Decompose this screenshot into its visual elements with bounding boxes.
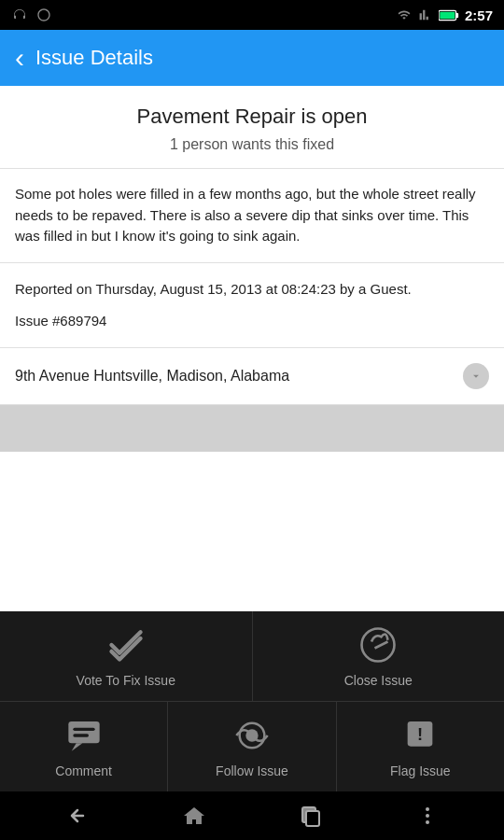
svg-line-4 [375, 642, 388, 649]
content-spacer [0, 405, 504, 452]
wifi-icon [396, 8, 413, 21]
follow-issue-button[interactable]: Follow Issue [168, 702, 336, 791]
issue-title: Pavement Repair is open [15, 105, 489, 129]
cat-icon [35, 7, 52, 22]
close-issue-label: Close Issue [344, 673, 413, 688]
follow-icon [231, 715, 273, 756]
follow-issue-label: Follow Issue [216, 763, 288, 778]
description-text: Some pot holes were filled in a few mont… [15, 186, 476, 244]
battery-icon [439, 9, 459, 21]
status-right-icons: 2:57 [396, 7, 493, 23]
location-text: 9th Avenue Huntsville, Madison, Alabama [15, 368, 289, 385]
flag-issue-button[interactable]: ! Flag Issue [337, 702, 504, 791]
svg-point-3 [362, 629, 395, 662]
issue-subtitle: 1 person wants this fixed [15, 136, 489, 153]
close-issue-icon [357, 624, 399, 665]
issue-number: Issue #689794 [15, 310, 489, 332]
flag-issue-label: Flag Issue [390, 763, 451, 778]
issue-location-section[interactable]: 9th Avenue Huntsville, Madison, Alabama [0, 348, 504, 405]
comment-icon [63, 715, 105, 756]
svg-rect-8 [73, 734, 89, 736]
status-bar: 2:57 [0, 0, 504, 30]
more-nav-button[interactable] [409, 797, 446, 834]
headset-icon [11, 7, 28, 22]
action-row-2: Comment Follow Issue ! Flag Issue [0, 702, 504, 791]
svg-text:!: ! [417, 724, 423, 744]
vote-label: Vote To Fix Issue [77, 673, 175, 688]
svg-rect-7 [73, 728, 94, 731]
back-button[interactable]: ‹ [15, 42, 24, 74]
time-display: 2:57 [465, 7, 493, 23]
svg-rect-5 [68, 721, 99, 743]
reported-on: Reported on Thursday, August 15, 2013 at… [15, 278, 489, 301]
vote-to-fix-button[interactable]: Vote To Fix Issue [0, 611, 253, 701]
system-nav-bar [0, 791, 504, 840]
issue-meta: Reported on Thursday, August 15, 2013 at… [0, 263, 504, 348]
back-nav-button[interactable] [59, 797, 96, 834]
svg-rect-14 [306, 811, 319, 826]
svg-rect-1 [456, 12, 459, 17]
comment-label: Comment [55, 763, 112, 778]
svg-marker-6 [71, 743, 82, 750]
issue-description: Some pot holes were filled in a few mont… [0, 169, 504, 263]
issue-title-section: Pavement Repair is open 1 person wants t… [0, 86, 504, 169]
app-header: ‹ Issue Details [0, 30, 504, 86]
page-title: Issue Details [35, 46, 153, 70]
vote-icon [105, 624, 147, 665]
action-bar: Vote To Fix Issue Close Issue [0, 611, 504, 791]
svg-rect-2 [440, 11, 455, 19]
comment-button[interactable]: Comment [0, 702, 168, 791]
close-issue-button[interactable]: Close Issue [253, 611, 505, 701]
action-row-1: Vote To Fix Issue Close Issue [0, 611, 504, 702]
status-left-icons [11, 7, 52, 22]
flag-icon: ! [399, 715, 441, 756]
recents-nav-button[interactable] [292, 797, 329, 834]
signal-icon [418, 8, 433, 21]
more-dots-icon [426, 807, 429, 824]
location-dropdown-button[interactable] [463, 363, 489, 389]
home-nav-button[interactable] [175, 797, 213, 834]
